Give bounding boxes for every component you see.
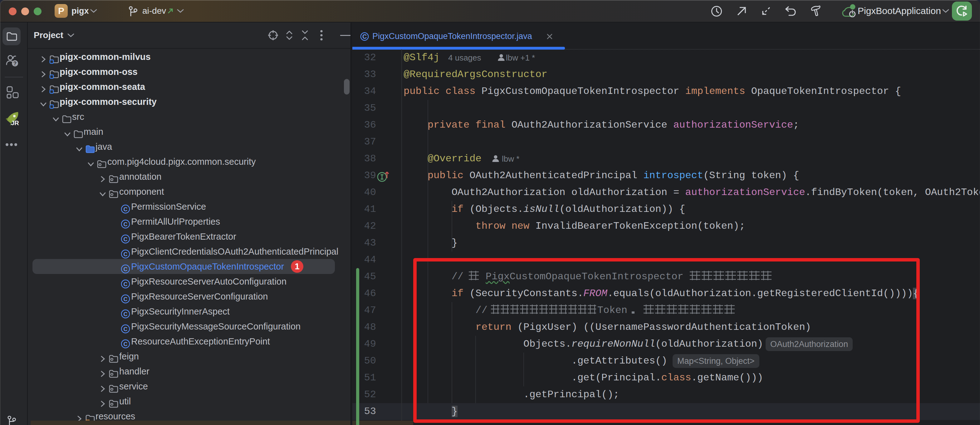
svg-text:JR: JR xyxy=(11,119,19,126)
svg-text:?: ? xyxy=(13,60,16,67)
svg-text:C: C xyxy=(362,33,367,40)
